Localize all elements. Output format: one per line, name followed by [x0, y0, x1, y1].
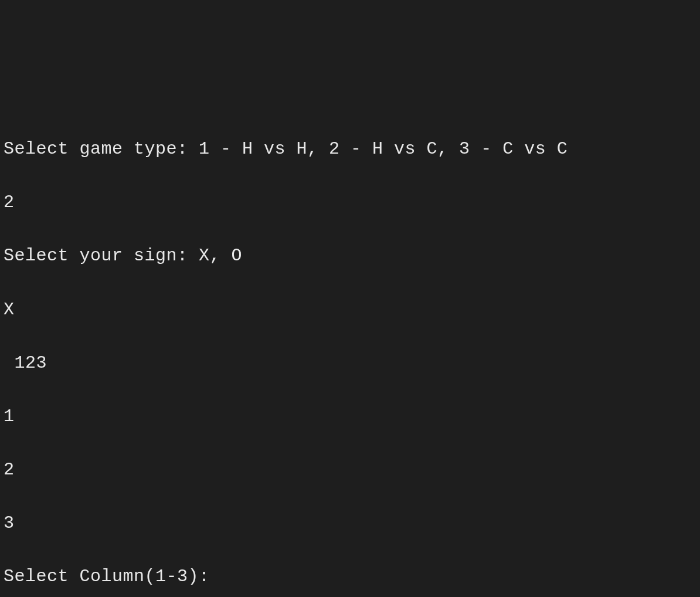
prompt-game-type: Select game type: 1 - H vs H, 2 - H vs C… [4, 136, 696, 163]
terminal-output[interactable]: Select game type: 1 - H vs H, 2 - H vs C… [4, 109, 696, 597]
input-sign: X [4, 297, 696, 324]
board-row-2: 2 [4, 457, 696, 484]
prompt-column: Select Column(1-3): [4, 564, 696, 591]
input-game-type: 2 [4, 189, 696, 216]
board-header: 123 [4, 350, 696, 377]
board-row-3: 3 [4, 510, 696, 537]
prompt-sign: Select your sign: X, O [4, 243, 696, 270]
board-row-1: 1 [4, 403, 696, 430]
